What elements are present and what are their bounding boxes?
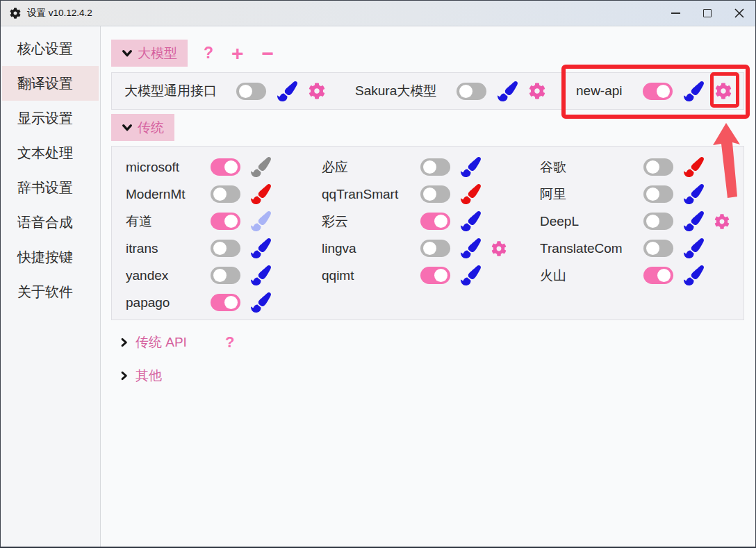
sidebar-item-dictionary-settings[interactable]: 辞书设置: [2, 170, 99, 205]
toggle-knob: [213, 188, 227, 201]
service-label: new-api: [576, 83, 632, 99]
brush-icon[interactable]: [251, 184, 271, 204]
sidebar-item-display-settings[interactable]: 显示设置: [2, 101, 99, 135]
help-button[interactable]: ?: [225, 333, 234, 351]
sidebar-item-label: 关于软件: [17, 283, 73, 301]
section-header-llm[interactable]: 大模型: [111, 40, 188, 67]
help-button[interactable]: ?: [204, 44, 213, 63]
brush-icon[interactable]: [461, 157, 481, 177]
settings-window: 设置 v10.12.4.2 核心设置 翻译设置 显示设置 文本处理 辞书设置 语…: [0, 0, 756, 548]
brush-icon[interactable]: [684, 265, 704, 285]
brush-icon[interactable]: [461, 211, 481, 231]
brush-icon[interactable]: [498, 81, 518, 101]
service-toggle[interactable]: [420, 213, 450, 230]
section-label: 大模型: [138, 44, 177, 63]
add-button[interactable]: +: [231, 43, 244, 64]
service-row-itrans: itrans: [126, 235, 271, 262]
brush-icon[interactable]: [684, 238, 704, 258]
service-toggle[interactable]: [420, 240, 450, 257]
service-toggle[interactable]: [643, 185, 673, 203]
sidebar-item-label: 文本处理: [17, 144, 73, 163]
sidebar-item-core-settings[interactable]: 核心设置: [2, 31, 99, 66]
section-header-traditional[interactable]: 传统: [111, 114, 174, 141]
sidebar-item-label: 翻译设置: [17, 74, 73, 93]
brush-icon[interactable]: [684, 184, 704, 204]
service-label: lingva: [322, 241, 410, 256]
maximize-icon: [703, 9, 712, 17]
service-row-qqtransmart: qqTranSmart: [322, 181, 507, 208]
service-label: 必应: [322, 158, 410, 176]
service-row-new-api: new-api: [576, 73, 732, 109]
section-label: 其他: [135, 367, 162, 385]
service-toggle[interactable]: [643, 158, 673, 176]
remove-button[interactable]: −: [262, 43, 274, 64]
brush-icon[interactable]: [461, 238, 481, 258]
service-label: Sakura大模型: [355, 82, 445, 100]
brush-icon[interactable]: [684, 211, 704, 231]
sidebar-item-about[interactable]: 关于软件: [2, 274, 99, 309]
llm-toolbar: ? + −: [204, 40, 274, 67]
grid-column-2: 必应 qqTranSmart 彩云 li: [322, 153, 507, 289]
toggle-knob: [213, 242, 227, 255]
gear-icon[interactable]: [529, 83, 545, 99]
service-label: ModernMt: [126, 187, 200, 202]
service-toggle[interactable]: [236, 83, 266, 100]
service-label: 谷歌: [540, 158, 633, 176]
service-toggle[interactable]: [420, 267, 450, 284]
brush-icon[interactable]: [277, 81, 297, 101]
gear-icon[interactable]: [715, 83, 732, 99]
service-toggle[interactable]: [420, 158, 450, 176]
service-row-sakura: Sakura大模型: [355, 73, 545, 109]
sidebar-item-label: 语音合成: [17, 213, 73, 232]
sidebar-item-translation-settings[interactable]: 翻译设置: [2, 66, 99, 101]
gear-icon[interactable]: [714, 214, 730, 229]
sidebar-item-shortcut-keys[interactable]: 快捷按键: [2, 240, 99, 274]
service-toggle[interactable]: [643, 267, 673, 284]
brush-icon[interactable]: [251, 265, 271, 285]
service-toggle[interactable]: [211, 240, 240, 257]
service-label: DeepL: [540, 214, 633, 229]
maximize-button[interactable]: [691, 1, 723, 26]
service-toggle[interactable]: [643, 213, 673, 230]
gear-icon[interactable]: [491, 241, 507, 256]
gear-icon[interactable]: [309, 83, 325, 99]
service-toggle[interactable]: [211, 158, 240, 176]
section-label: 传统 API: [135, 333, 187, 351]
brush-icon[interactable]: [684, 157, 704, 177]
service-toggle[interactable]: [643, 240, 673, 257]
section-label: 传统: [138, 119, 164, 137]
service-toggle[interactable]: [420, 185, 450, 203]
sidebar-item-label: 核心设置: [17, 40, 73, 58]
brush-icon[interactable]: [461, 184, 481, 204]
service-row-deepl: DeepL: [540, 208, 730, 235]
grid-column-1: microsoft ModernMt 有道: [126, 153, 271, 316]
close-button[interactable]: [723, 1, 755, 26]
service-toggle[interactable]: [457, 83, 486, 100]
service-label: qqTranSmart: [322, 187, 410, 202]
service-row-microsoft: microsoft: [126, 153, 271, 181]
service-row-caiyun: 彩云: [322, 208, 507, 235]
toggle-knob: [239, 85, 252, 98]
service-toggle[interactable]: [211, 267, 240, 284]
titlebar: 设置 v10.12.4.2: [1, 1, 755, 26]
sidebar-item-text-processing[interactable]: 文本处理: [2, 135, 99, 170]
sidebar-item-speech-synthesis[interactable]: 语音合成: [2, 205, 99, 240]
service-toggle[interactable]: [643, 83, 673, 100]
service-label: 阿里: [540, 185, 633, 204]
brush-icon[interactable]: [251, 238, 271, 258]
section-header-other[interactable]: 其他: [120, 366, 162, 385]
brush-icon[interactable]: [684, 81, 704, 101]
service-toggle[interactable]: [211, 294, 240, 311]
service-toggle[interactable]: [211, 185, 240, 203]
brush-icon[interactable]: [251, 157, 271, 177]
section-header-traditional-api[interactable]: 传统 API ?: [120, 333, 234, 352]
chevron-right-icon: [120, 371, 129, 381]
brush-icon[interactable]: [251, 211, 271, 231]
brush-icon[interactable]: [251, 292, 271, 313]
service-label: papago: [126, 295, 200, 310]
brush-icon[interactable]: [461, 265, 481, 285]
service-row-translatecom: TranslateCom: [540, 235, 730, 262]
minimize-button[interactable]: [659, 1, 691, 26]
toggle-knob: [434, 215, 447, 228]
service-toggle[interactable]: [211, 213, 240, 230]
